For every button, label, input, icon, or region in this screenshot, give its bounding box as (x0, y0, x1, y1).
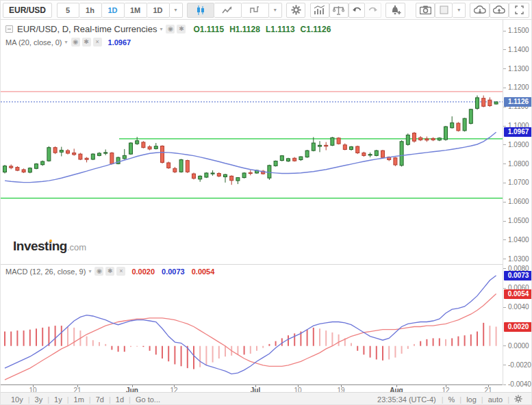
range-7d[interactable]: 7d (91, 395, 109, 404)
snapshot-button[interactable] (416, 3, 435, 18)
macd-histogram-bar (250, 346, 251, 354)
timeframe-1d-2[interactable]: 1D (147, 3, 170, 18)
price-axis-tick (503, 144, 506, 145)
background-dropdown-caret[interactable]: ▾ (453, 3, 466, 18)
candle (186, 161, 189, 172)
collapse-pane-icon[interactable] (5, 25, 13, 33)
macd-histogram-bar (225, 346, 226, 357)
background-color-button[interactable] (435, 3, 453, 18)
macd-histogram-bar (382, 346, 383, 361)
macd-histogram-bar (294, 333, 295, 345)
load-layout-button[interactable] (470, 3, 489, 18)
macd-chart-canvas[interactable] (1, 265, 503, 384)
range-1m[interactable]: 1m (69, 395, 89, 404)
candlestick-chart-icon[interactable] (187, 3, 214, 18)
undo-button[interactable] (349, 3, 365, 18)
macd-visibility-icon[interactable]: ◉ (94, 267, 103, 276)
bottom-toolbar: 10y| 3y| 1y| 1m| 7d| 1d| Go to... 23:35:… (1, 392, 532, 405)
timeframe-1h[interactable]: 1h (79, 3, 102, 18)
fullscreen-button[interactable] (509, 3, 529, 18)
price-chart-canvas[interactable] (1, 20, 503, 265)
candle (280, 156, 283, 161)
ma-legend: MA (20, close, 0) ▾ ◉ ✱ × 1.0967 (5, 38, 131, 47)
chart-type-dropdown-caret[interactable]: ▾ (269, 3, 282, 18)
axis-settings-gear-icon[interactable] (509, 395, 527, 404)
visibility-icon[interactable]: ◉ (166, 25, 175, 34)
indicators-button[interactable] (310, 3, 329, 18)
series-settings-icon[interactable]: ✱ (177, 25, 186, 34)
ma-settings-icon[interactable]: ✱ (82, 38, 91, 47)
candle (104, 153, 107, 153)
line-chart-icon[interactable] (214, 3, 242, 18)
save-layout-button[interactable] (490, 3, 509, 18)
log-scale-button[interactable]: log (461, 395, 481, 404)
symbol-button[interactable]: EUR/USD (3, 3, 52, 18)
add-alert-button[interactable] (385, 3, 405, 18)
compare-button[interactable] (329, 3, 349, 18)
macd-histogram-bar (92, 340, 94, 345)
compare-scales-icon (333, 5, 344, 15)
macd-caret-icon[interactable]: ▾ (88, 268, 91, 274)
timeframe-1m[interactable]: 1M (125, 3, 147, 18)
step-line-chart-icon[interactable] (242, 3, 269, 18)
macd-histogram-bar (313, 328, 314, 346)
macd-histogram-bar (275, 341, 277, 346)
redo-icon (368, 6, 377, 14)
percent-scale-button[interactable]: % (444, 395, 460, 404)
price-axis-tick (503, 183, 506, 183)
price-axis-label: 1.0600 (508, 198, 529, 205)
macd-histogram-bar (331, 332, 333, 346)
price-axis[interactable]: 1.15001.14001.13001.12001.11001.10001.09… (503, 20, 532, 384)
price-axis-tick (503, 259, 506, 259)
range-1d[interactable]: 1d (111, 395, 129, 404)
candle (161, 146, 164, 162)
price-axis-label: 1.0400 (508, 236, 529, 244)
redo-button[interactable] (365, 3, 381, 18)
candle (142, 142, 145, 148)
auto-scale-button[interactable]: auto (483, 395, 507, 404)
indicators-icon (314, 5, 325, 15)
candle (22, 170, 25, 172)
ma-visibility-icon[interactable]: ◉ (71, 38, 80, 47)
settings-gear-button[interactable] (286, 3, 305, 18)
chart-title-caret-icon[interactable]: ▾ (160, 26, 162, 32)
candle (476, 98, 479, 109)
candle (494, 102, 498, 104)
macd-histogram-bar (288, 335, 289, 346)
macd-histogram-bar (457, 337, 459, 346)
top-toolbar: EUR/USD 5 1h 1D 1M 1D ▾ (1, 1, 531, 20)
range-1y[interactable]: 1y (49, 395, 67, 404)
candle (35, 164, 38, 169)
candle (482, 99, 485, 107)
price-axis-label: 1.0500 (508, 217, 529, 224)
ma-remove-icon[interactable]: × (93, 38, 102, 47)
macd-histogram-bar (363, 346, 364, 355)
candle (91, 154, 94, 159)
macd-value-badge: 0.0073 (504, 271, 532, 280)
range-10y[interactable]: 10y (6, 395, 28, 404)
price-axis-tick (503, 88, 506, 88)
candle (236, 178, 240, 181)
timeframe-1d-active[interactable]: 1D (102, 3, 125, 18)
timeframe-dropdown-caret[interactable]: ▾ (170, 3, 183, 18)
goto-button[interactable]: Go to... (131, 395, 165, 404)
price-axis-label: 1.0900 (508, 141, 529, 148)
macd-hist-value: 0.0020 (131, 267, 155, 276)
cloud-download-icon (474, 5, 486, 14)
ma-caret-icon[interactable]: ▾ (65, 39, 68, 45)
macd-settings-icon[interactable]: ✱ (105, 267, 114, 276)
macd-histogram-bar (136, 346, 138, 347)
low-value: L1.1113 (266, 25, 295, 34)
candle (224, 174, 227, 177)
price-axis-label: 1.1300 (508, 65, 529, 73)
range-3y[interactable]: 3y (30, 395, 48, 404)
background-square-icon (440, 5, 448, 14)
candle (110, 153, 114, 164)
macd-axis-tick (503, 345, 506, 346)
macd-histogram-bar (55, 326, 56, 346)
macd-histogram-bar (237, 346, 238, 355)
candle (331, 138, 334, 145)
timeframe-5[interactable]: 5 (57, 3, 79, 18)
pane-divider[interactable] (1, 264, 503, 265)
macd-remove-icon[interactable]: × (116, 267, 125, 276)
